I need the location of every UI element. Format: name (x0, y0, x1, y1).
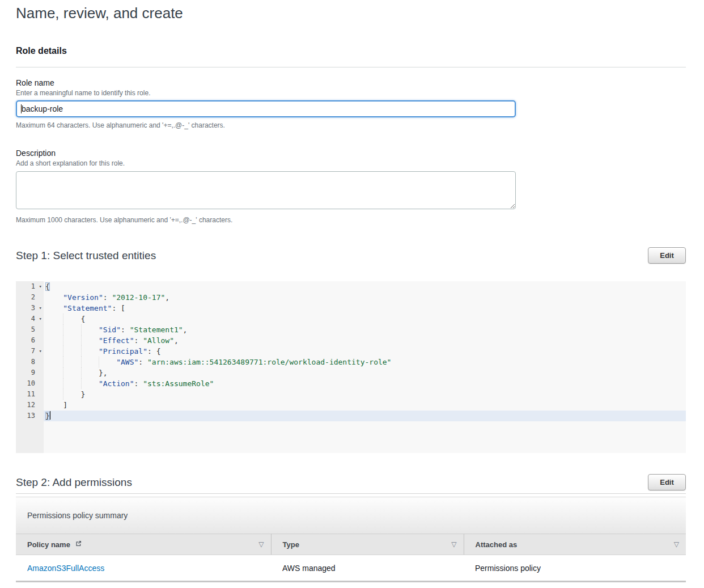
policy-name-link[interactable]: AmazonS3FullAccess (27, 564, 104, 573)
code-line-content[interactable]: "Sid": "Statement1", (44, 324, 686, 335)
code-line-content[interactable]: } (44, 411, 686, 421)
description-label: Description (16, 149, 686, 158)
editor-line[interactable]: 5"Sid": "Statement1", (16, 324, 686, 335)
editor-line[interactable]: 2"Version": "2012-10-17", (16, 292, 686, 303)
line-number[interactable]: 8 (16, 357, 44, 367)
step2-divider (16, 493, 686, 494)
role-name-help: Enter a meaningful name to identify this… (16, 89, 686, 97)
code-line-content[interactable]: ] (44, 400, 686, 411)
policy-table: Policy name ▽ (16, 534, 686, 582)
editor-line[interactable]: 3▾"Statement": [ (16, 303, 686, 314)
editor-line[interactable]: 9}, (16, 367, 686, 378)
code-line-content[interactable]: { (44, 314, 686, 324)
code-line-content[interactable]: "Statement": [ (44, 303, 686, 314)
permissions-summary-title: Permissions policy summary (16, 497, 686, 534)
editor-line[interactable]: 7▾"Principal": { (16, 346, 686, 357)
line-number[interactable]: 13 (16, 411, 44, 421)
line-number[interactable]: 1▾ (16, 281, 44, 292)
text-caret (21, 104, 22, 113)
code-line-content[interactable]: { (44, 281, 686, 292)
line-number[interactable]: 10 (16, 378, 44, 389)
external-link-icon (75, 540, 82, 549)
sort-triangle-icon[interactable]: ▽ (258, 540, 264, 548)
attached-as-cell: Permissions policy (464, 555, 686, 582)
type-column-label: Type (283, 540, 299, 549)
column-header-policy-name[interactable]: Policy name ▽ (16, 534, 271, 555)
code-line-content[interactable]: } (44, 389, 686, 400)
step1-heading: Step 1: Select trusted entities (16, 249, 156, 263)
editor-line[interactable]: 12] (16, 400, 686, 411)
editor-line[interactable]: 1▾{ (16, 281, 686, 292)
role-name-constraint: Maximum 64 characters. Use alphanumeric … (16, 121, 686, 129)
fold-arrow-icon[interactable]: ▾ (39, 303, 42, 314)
editor-line[interactable]: 4▾{ (16, 314, 686, 324)
line-number[interactable]: 12 (16, 400, 44, 411)
line-number[interactable]: 2 (16, 292, 44, 303)
line-number[interactable]: 9 (16, 367, 44, 378)
editor-line[interactable]: 11} (16, 389, 686, 400)
table-row: AmazonS3FullAccessAWS managedPermissions… (16, 555, 686, 582)
fold-arrow-icon[interactable]: ▾ (39, 346, 42, 357)
code-line-content[interactable]: "Version": "2012-10-17", (44, 292, 686, 303)
page-title: Name, review, and create (16, 5, 686, 22)
editor-line[interactable]: 8"AWS": "arn:aws:iam::541263489771:role/… (16, 357, 686, 367)
role-details-heading: Role details (16, 46, 686, 56)
policy-table-header-row: Policy name ▽ (16, 534, 686, 555)
line-number[interactable]: 3▾ (16, 303, 44, 314)
code-line-content[interactable]: }, (44, 367, 686, 378)
code-line-content[interactable]: "AWS": "arn:aws:iam::541263489771:role/w… (44, 357, 686, 367)
sort-triangle-icon[interactable]: ▽ (674, 540, 679, 548)
description-constraint: Maximum 1000 characters. Use alphanumeri… (16, 216, 686, 224)
column-header-type[interactable]: Type ▽ (271, 534, 464, 555)
trust-policy-editor[interactable]: 1▾{2"Version": "2012-10-17",3▾"Statement… (16, 281, 686, 453)
create-role-review-page: Name, review, and create Role details Ro… (0, 0, 704, 582)
fold-arrow-icon[interactable]: ▾ (39, 281, 42, 292)
line-number[interactable]: 4▾ (16, 314, 44, 324)
step2-heading: Step 2: Add permissions (16, 476, 132, 489)
code-line-content[interactable]: "Effect": "Allow", (44, 335, 686, 346)
editor-empty-area[interactable] (16, 421, 686, 453)
editor-line[interactable]: 13} (16, 411, 686, 421)
policy-type-cell: AWS managed (271, 555, 464, 582)
fold-arrow-icon[interactable]: ▾ (39, 314, 42, 324)
step1-edit-button[interactable]: Edit (648, 247, 686, 264)
step2-edit-button[interactable]: Edit (648, 474, 686, 490)
line-number[interactable]: 5 (16, 324, 44, 335)
role-name-input[interactable] (16, 100, 516, 117)
step2-header-row: Step 2: Add permissions Edit (16, 474, 686, 490)
code-line-content[interactable]: "Action": "sts:AssumeRole" (44, 378, 686, 389)
role-details-divider (16, 67, 686, 67)
role-name-label: Role name (16, 78, 686, 87)
sort-triangle-icon[interactable]: ▽ (451, 540, 456, 548)
column-header-attached-as[interactable]: Attached as ▽ (464, 534, 686, 555)
editor-line[interactable]: 6"Effect": "Allow", (16, 335, 686, 346)
description-help: Add a short explanation for this role. (16, 159, 686, 167)
line-number[interactable]: 6 (16, 335, 44, 346)
editor-line[interactable]: 10"Action": "sts:AssumeRole" (16, 378, 686, 389)
role-name-field-wrap (16, 100, 516, 117)
line-number[interactable]: 11 (16, 389, 44, 400)
editor-caret (50, 411, 50, 420)
line-number[interactable]: 7▾ (16, 346, 44, 357)
code-line-content[interactable]: "Principal": { (44, 346, 686, 357)
policy-name-column-label: Policy name (27, 540, 70, 549)
step1-header-row: Step 1: Select trusted entities Edit (16, 247, 686, 264)
policy-table-body: AmazonS3FullAccessAWS managedPermissions… (16, 555, 686, 582)
attached-as-column-label: Attached as (476, 540, 518, 549)
permissions-summary-panel: Permissions policy summary Policy name (16, 497, 686, 582)
description-textarea[interactable] (16, 171, 516, 209)
